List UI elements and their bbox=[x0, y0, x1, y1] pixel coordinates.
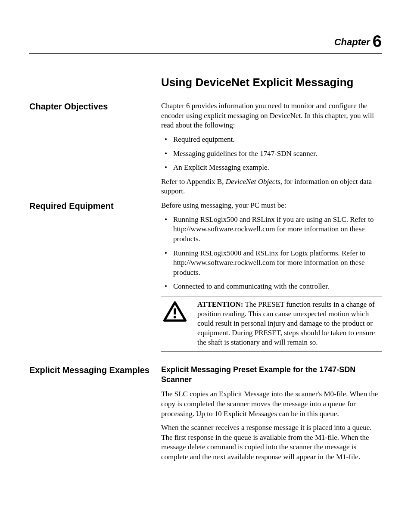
attention-block: ATTENTION: The PRESET function results i… bbox=[161, 296, 382, 352]
examples-subheading: Explicit Messaging Preset Example for th… bbox=[161, 365, 382, 384]
attention-text: ATTENTION: The PRESET function results i… bbox=[197, 300, 382, 347]
list-item: Messaging guidelines for the 1747-SDN sc… bbox=[161, 149, 382, 159]
list-item: Running RSLogix5000 and RSLinx for Logix… bbox=[161, 249, 382, 278]
section-heading-examples: Explicit Messaging Examples bbox=[29, 365, 153, 375]
section-equipment: Required Equipment Before using messagin… bbox=[29, 201, 382, 352]
objectives-intro: Chapter 6 provides information you need … bbox=[161, 101, 382, 131]
list-item: Required equipment. bbox=[161, 135, 382, 145]
section-examples: Explicit Messaging Examples Explicit Mes… bbox=[29, 365, 382, 466]
chapter-label: Chapter bbox=[334, 37, 370, 47]
title-row: Using DeviceNet Explicit Messaging bbox=[29, 76, 382, 101]
page-title: Using DeviceNet Explicit Messaging bbox=[161, 76, 382, 89]
objectives-refer: Refer to Appendix B, DeviceNet Objects, … bbox=[161, 177, 382, 196]
list-item: An Explicit Messaging example. bbox=[161, 163, 382, 173]
objectives-list: Required equipment. Messaging guidelines… bbox=[161, 135, 382, 173]
examples-p1: The SLC copies an Explicit Message into … bbox=[161, 389, 382, 419]
equipment-list: Running RSLogix500 and RSLinx if you are… bbox=[161, 215, 382, 292]
chapter-number: 6 bbox=[373, 32, 382, 50]
svg-point-2 bbox=[174, 316, 176, 318]
list-item: Running RSLogix500 and RSLinx if you are… bbox=[161, 215, 382, 244]
section-objectives: Chapter Objectives Chapter 6 provides in… bbox=[29, 101, 382, 201]
list-item: Connected to and communicating with the … bbox=[161, 282, 382, 292]
section-heading-objectives: Chapter Objectives bbox=[29, 101, 153, 112]
document-page: Chapter6 Using DeviceNet Explicit Messag… bbox=[0, 0, 411, 532]
equipment-intro: Before using messaging, your PC must be: bbox=[161, 201, 382, 211]
warning-icon bbox=[161, 300, 197, 325]
svg-rect-1 bbox=[174, 308, 176, 314]
examples-p2: When the scanner receives a response mes… bbox=[161, 423, 382, 462]
chapter-header: Chapter6 bbox=[29, 32, 382, 54]
section-heading-equipment: Required Equipment bbox=[29, 201, 153, 211]
